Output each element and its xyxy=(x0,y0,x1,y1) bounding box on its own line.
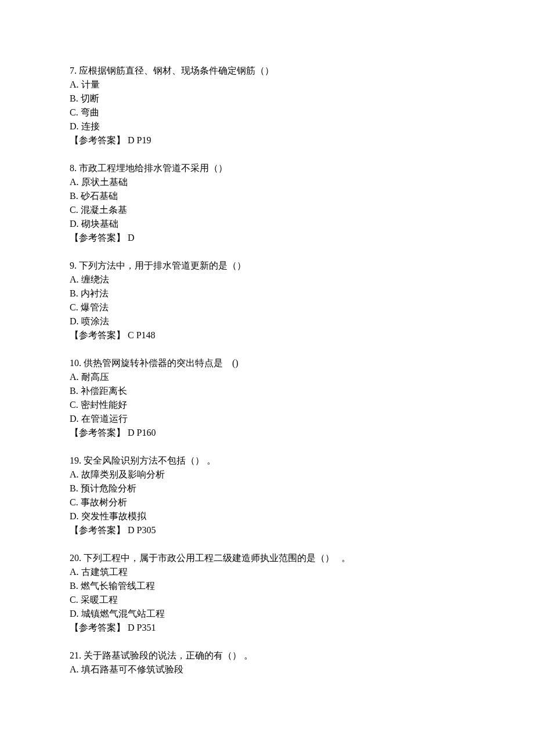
question-answer: 【参考答案】 D xyxy=(70,231,534,245)
question-answer: 【参考答案】 D P19 xyxy=(70,133,534,147)
question-stem-text: 下列方法中，用于排水管道更新的是（） xyxy=(79,261,246,270)
question-option: C. 爆管法 xyxy=(70,301,534,314)
question-option: D. 突发性事故模拟 xyxy=(70,509,534,523)
question-number: 20. xyxy=(70,553,81,563)
question-option: B. 内衬法 xyxy=(70,287,534,301)
question-8: 8. 市政工程埋地给排水管道不采用（） A. 原状土基础 B. 砂石基础 C. … xyxy=(70,161,534,245)
question-stem: 9. 下列方法中，用于排水管道更新的是（） xyxy=(70,259,534,273)
question-option: D. 城镇燃气混气站工程 xyxy=(70,607,534,621)
question-stem: 8. 市政工程埋地给排水管道不采用（） xyxy=(70,161,534,175)
question-answer: 【参考答案】 C P148 xyxy=(70,328,534,342)
question-option: D. 在管道运行 xyxy=(70,412,534,426)
question-option: C. 密封性能好 xyxy=(70,398,534,412)
question-answer: 【参考答案】 D P305 xyxy=(70,523,534,537)
question-option: D. 砌块基础 xyxy=(70,217,534,231)
question-option: C. 事故树分析 xyxy=(70,495,534,509)
question-option: B. 预计危险分析 xyxy=(70,482,534,495)
question-number: 21. xyxy=(70,650,81,660)
question-answer: 【参考答案】 D P160 xyxy=(70,426,534,440)
question-stem-text: 安全风险识别方法不包括（） 。 xyxy=(84,455,216,465)
question-stem-text: 下列工程中，属于市政公用工程二级建造师执业范围的是（） 。 xyxy=(84,553,351,563)
question-19: 19. 安全风险识别方法不包括（） 。 A. 故障类别及影响分析 B. 预计危险… xyxy=(70,454,534,537)
question-option: A. 耐高压 xyxy=(70,370,534,384)
question-20: 20. 下列工程中，属于市政公用工程二级建造师执业范围的是（） 。 A. 古建筑… xyxy=(70,551,534,635)
question-option: D. 喷涂法 xyxy=(70,314,534,328)
question-stem-text: 应根据钢筋直径、钢材、现场条件确定钢筋（） xyxy=(79,66,274,75)
question-option: B. 燃气长输管线工程 xyxy=(70,579,534,593)
question-option: A. 计量 xyxy=(70,78,534,92)
question-number: 10. xyxy=(70,358,81,368)
question-stem-text: 市政工程埋地给排水管道不采用（） xyxy=(79,163,228,173)
question-stem: 21. 关于路基试验段的说法，正确的有（） 。 xyxy=(70,649,534,663)
question-number: 19. xyxy=(70,455,81,465)
question-option: A. 古建筑工程 xyxy=(70,565,534,579)
question-21: 21. 关于路基试验段的说法，正确的有（） 。 A. 填石路基可不修筑试验段 xyxy=(70,649,534,677)
question-stem: 10. 供热管网旋转补偿器的突出特点是 () xyxy=(70,356,534,370)
question-stem: 20. 下列工程中，属于市政公用工程二级建造师执业范围的是（） 。 xyxy=(70,551,534,565)
question-option: D. 连接 xyxy=(70,120,534,133)
question-stem: 7. 应根据钢筋直径、钢材、现场条件确定钢筋（） xyxy=(70,64,534,78)
question-option: B. 补偿距离长 xyxy=(70,384,534,398)
question-9: 9. 下列方法中，用于排水管道更新的是（） A. 缠绕法 B. 内衬法 C. 爆… xyxy=(70,259,534,342)
question-stem: 19. 安全风险识别方法不包括（） 。 xyxy=(70,454,534,468)
question-number: 8. xyxy=(70,163,77,173)
question-7: 7. 应根据钢筋直径、钢材、现场条件确定钢筋（） A. 计量 B. 切断 C. … xyxy=(70,64,534,147)
question-option: A. 原状土基础 xyxy=(70,175,534,189)
question-option: C. 混凝土条基 xyxy=(70,203,534,217)
question-stem-text: 关于路基试验段的说法，正确的有（） 。 xyxy=(84,650,253,660)
question-option: A. 填石路基可不修筑试验段 xyxy=(70,663,534,677)
question-number: 9. xyxy=(70,261,77,270)
question-number: 7. xyxy=(70,66,77,75)
question-option: A. 缠绕法 xyxy=(70,273,534,287)
question-10: 10. 供热管网旋转补偿器的突出特点是 () A. 耐高压 B. 补偿距离长 C… xyxy=(70,356,534,440)
question-option: A. 故障类别及影响分析 xyxy=(70,468,534,482)
question-stem-text: 供热管网旋转补偿器的突出特点是 () xyxy=(84,358,239,368)
question-answer: 【参考答案】 D P351 xyxy=(70,621,534,635)
question-option: C. 弯曲 xyxy=(70,106,534,120)
question-option: B. 切断 xyxy=(70,92,534,106)
question-option: B. 砂石基础 xyxy=(70,189,534,203)
question-option: C. 采暖工程 xyxy=(70,593,534,607)
